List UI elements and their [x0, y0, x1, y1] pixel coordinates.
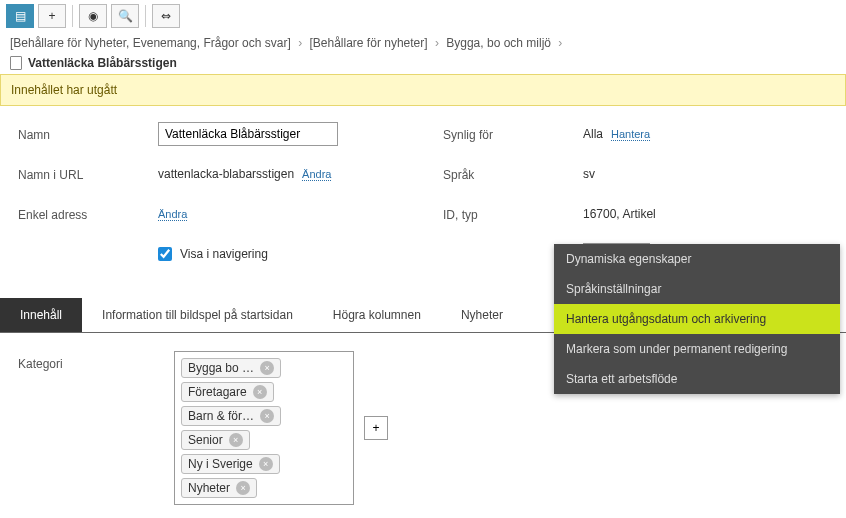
- tree-toggle-button[interactable]: ▤: [6, 4, 34, 28]
- breadcrumb: [Behållare för Nyheter, Evenemang, Frågo…: [0, 32, 846, 54]
- visiblefor-value: Alla: [583, 127, 603, 141]
- remove-chip-icon[interactable]: ×: [260, 409, 274, 423]
- idtype-value: 16700, Artikel: [583, 207, 656, 221]
- urlname-value: vattenlacka-blabarsstigen: [158, 167, 294, 181]
- category-chip[interactable]: Företagare×: [181, 382, 274, 402]
- category-chip[interactable]: Bygga bo …×: [181, 358, 281, 378]
- category-chip[interactable]: Ny i Sverige×: [181, 454, 280, 474]
- tab-right-column[interactable]: Högra kolumnen: [313, 298, 441, 332]
- tools-menu-item[interactable]: Markera som under permanent redigering: [554, 334, 840, 364]
- category-chipbox: Bygga bo …×Företagare×Barn & för…×Senior…: [174, 351, 354, 505]
- page-title-row: Vattenläcka Blåbärsstigen: [0, 54, 846, 74]
- chip-label: Företagare: [188, 385, 247, 399]
- eye-icon: ◉: [88, 9, 98, 23]
- tab-slideshow-info[interactable]: Information till bildspel på startsidan: [82, 298, 313, 332]
- search-button[interactable]: 🔍: [111, 4, 139, 28]
- name-label: Namn: [18, 126, 158, 142]
- urlname-label: Namn i URL: [18, 166, 158, 182]
- tools-menu-item[interactable]: Hantera utgångsdatum och arkivering: [554, 304, 840, 334]
- language-label: Språk: [443, 166, 583, 182]
- name-input[interactable]: [158, 122, 338, 146]
- tools-dropdown-menu: Dynamiska egenskaperSpråkinställningarHa…: [554, 244, 840, 394]
- chip-label: Nyheter: [188, 481, 230, 495]
- change-simpleaddr-link[interactable]: Ändra: [158, 208, 187, 221]
- tab-content[interactable]: Innehåll: [0, 298, 82, 332]
- tools-menu-item[interactable]: Starta ett arbetsflöde: [554, 364, 840, 394]
- form-left-column: Namn Namn i URL vattenlacka-blabarsstige…: [18, 122, 403, 282]
- remove-chip-icon[interactable]: ×: [253, 385, 267, 399]
- tab-news[interactable]: Nyheter: [441, 298, 523, 332]
- simpleaddr-label: Enkel adress: [18, 206, 158, 222]
- chevron-right-icon: ›: [435, 36, 439, 50]
- chip-label: Barn & för…: [188, 409, 254, 423]
- language-value: sv: [583, 167, 595, 181]
- idtype-label: ID, typ: [443, 206, 583, 222]
- show-in-nav-checkbox[interactable]: [158, 247, 172, 261]
- add-category-button[interactable]: +: [364, 416, 388, 440]
- search-icon: 🔍: [118, 9, 133, 23]
- plus-icon: +: [48, 9, 55, 23]
- toolbar: ▤ + ◉ 🔍 ⇔: [0, 0, 846, 32]
- expand-button[interactable]: ⇔: [152, 4, 180, 28]
- visiblefor-label: Synlig för: [443, 126, 583, 142]
- chevron-right-icon: ›: [558, 36, 562, 50]
- toolbar-separator: [72, 5, 73, 27]
- manage-visibility-link[interactable]: Hantera: [611, 128, 650, 141]
- category-chip[interactable]: Senior×: [181, 430, 250, 450]
- remove-chip-icon[interactable]: ×: [236, 481, 250, 495]
- remove-chip-icon[interactable]: ×: [259, 457, 273, 471]
- tools-menu-item[interactable]: Språkinställningar: [554, 274, 840, 304]
- category-label: Kategori: [18, 351, 174, 505]
- preview-button[interactable]: ◉: [79, 4, 107, 28]
- show-in-nav-label: Visa i navigering: [180, 247, 268, 261]
- breadcrumb-link[interactable]: Bygga, bo och miljö: [446, 36, 551, 50]
- page-title: Vattenläcka Blåbärsstigen: [28, 56, 177, 70]
- chip-label: Senior: [188, 433, 223, 447]
- expand-icon: ⇔: [161, 9, 171, 23]
- category-chip[interactable]: Nyheter×: [181, 478, 257, 498]
- document-icon: [10, 56, 22, 70]
- breadcrumb-link[interactable]: [Behållare för Nyheter, Evenemang, Frågo…: [10, 36, 291, 50]
- category-chip[interactable]: Barn & för…×: [181, 406, 281, 426]
- remove-chip-icon[interactable]: ×: [260, 361, 274, 375]
- remove-chip-icon[interactable]: ×: [229, 433, 243, 447]
- status-banner: Innehållet har utgått: [0, 74, 846, 106]
- chevron-right-icon: ›: [298, 36, 302, 50]
- change-urlname-link[interactable]: Ändra: [302, 168, 331, 181]
- add-button[interactable]: +: [38, 4, 66, 28]
- breadcrumb-link[interactable]: [Behållare för nyheter]: [310, 36, 428, 50]
- toolbar-separator: [145, 5, 146, 27]
- chip-label: Bygga bo …: [188, 361, 254, 375]
- tools-menu-item[interactable]: Dynamiska egenskaper: [554, 244, 840, 274]
- chip-label: Ny i Sverige: [188, 457, 253, 471]
- tree-icon: ▤: [15, 9, 26, 23]
- empty-label: [18, 253, 158, 255]
